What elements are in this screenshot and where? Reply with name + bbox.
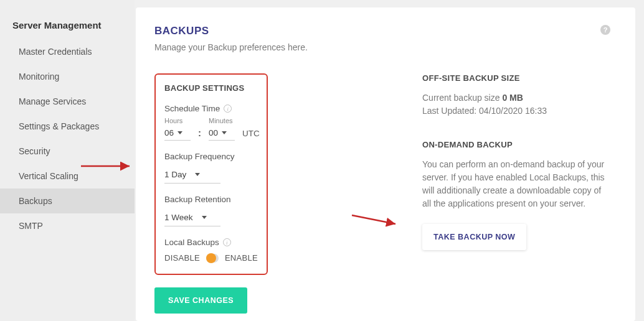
timezone-label: UTC — [242, 129, 260, 141]
sidebar: Server Management Master Credentials Mon… — [0, 0, 135, 321]
card: BACKUPS Manage your Backup preferences h… — [136, 7, 635, 321]
minutes-value: 00 — [209, 128, 218, 137]
sidebar-item-vertical-scaling[interactable]: Vertical Scaling — [0, 164, 135, 188]
content: BACKUPS Manage your Backup preferences h… — [135, 0, 644, 321]
hours-value: 06 — [164, 128, 174, 137]
info-icon[interactable]: i — [224, 105, 232, 113]
page-title: BACKUPS — [154, 25, 308, 37]
minutes-select[interactable]: 00 — [209, 127, 235, 141]
schedule-time-text: Schedule Time — [164, 104, 220, 113]
minutes-label: Minutes — [209, 117, 235, 124]
sidebar-item-monitoring[interactable]: Monitoring — [0, 64, 135, 89]
sidebar-item-backups[interactable]: Backups — [0, 188, 135, 213]
frequency-value: 1 Day — [164, 170, 186, 179]
schedule-time-label: Schedule Time i — [164, 104, 258, 113]
page-subtitle: Manage your Backup preferences here. — [154, 42, 308, 52]
offsite-size-value: 0 MB — [502, 93, 523, 103]
offsite-updated-value: 04/10/2020 16:33 — [479, 106, 547, 116]
save-changes-button[interactable]: SAVE CHANGES — [154, 287, 247, 314]
ondemand-heading: ON-DEMAND BACKUP — [422, 140, 610, 149]
right-column: OFF-SITE BACKUP SIZE Current backup size… — [385, 73, 610, 314]
retention-label: Backup Retention — [164, 195, 258, 204]
time-colon: : — [198, 128, 201, 141]
backup-settings-heading: BACKUP SETTINGS — [164, 83, 258, 93]
offsite-size-line: Current backup size 0 MB Last Updated: 0… — [422, 91, 610, 118]
caret-down-icon — [178, 131, 182, 134]
caret-down-icon — [202, 216, 207, 219]
enable-label: ENABLE — [225, 253, 258, 263]
ondemand-desc: You can perform an on-demand backup of y… — [422, 158, 610, 210]
help-icon[interactable]: ? — [600, 25, 610, 35]
offsite-size-prefix: Current backup size — [422, 93, 502, 103]
sidebar-item-manage-services[interactable]: Manage Services — [0, 89, 135, 114]
sidebar-item-master-credentials[interactable]: Master Credentials — [0, 39, 135, 64]
sidebar-item-security[interactable]: Security — [0, 139, 135, 164]
retention-value: 1 Week — [164, 213, 193, 222]
hours-select[interactable]: 06 — [164, 127, 191, 141]
sidebar-item-settings-packages[interactable]: Settings & Packages — [0, 114, 135, 139]
sidebar-heading: Server Management — [0, 17, 135, 39]
local-backups-text: Local Backups — [164, 238, 219, 247]
left-column: BACKUP SETTINGS Schedule Time i Hours 06 — [154, 73, 385, 314]
hours-label: Hours — [164, 117, 191, 124]
frequency-select[interactable]: 1 Day — [164, 166, 220, 184]
offsite-heading: OFF-SITE BACKUP SIZE — [422, 73, 610, 83]
caret-down-icon — [222, 131, 227, 134]
info-icon[interactable]: i — [223, 238, 231, 246]
disable-label: DISABLE — [164, 253, 200, 263]
take-backup-now-button[interactable]: TAKE BACKUP NOW — [422, 224, 526, 250]
sidebar-item-smtp[interactable]: SMTP — [0, 213, 135, 238]
local-backups-toggle[interactable] — [206, 254, 219, 263]
frequency-label: Backup Frequency — [164, 152, 258, 161]
caret-down-icon — [195, 173, 200, 176]
toggle-knob — [206, 253, 216, 263]
local-backups-label: Local Backups i — [164, 238, 258, 247]
offsite-updated-prefix: Last Updated: — [422, 106, 479, 116]
retention-select[interactable]: 1 Week — [164, 209, 220, 226]
backup-settings-box: BACKUP SETTINGS Schedule Time i Hours 06 — [154, 73, 268, 275]
